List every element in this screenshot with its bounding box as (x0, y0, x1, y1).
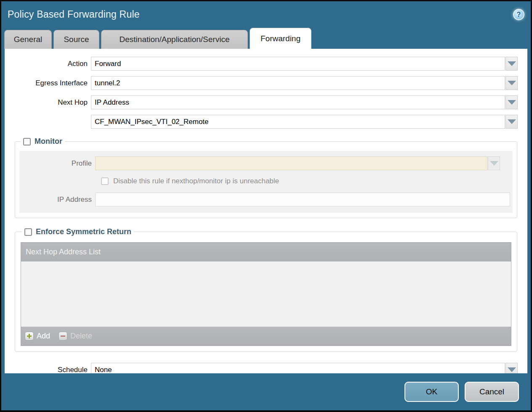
schedule-label: Schedule (5, 366, 91, 374)
chevron-down-icon (508, 119, 516, 124)
monitor-ip-address-input (95, 193, 510, 206)
next-hop-address-input[interactable] (91, 115, 505, 129)
add-button[interactable]: Add (25, 332, 50, 341)
tab-destination-application-service[interactable]: Destination/Application/Service (101, 30, 248, 49)
profile-label: Profile (19, 159, 95, 168)
symmetric-return-section: Enforce Symmetric Return Next Hop Addres… (15, 227, 517, 352)
next-hop-address-list-toolbar: Add Delete (21, 327, 511, 346)
next-hop-row: Next Hop (5, 95, 527, 109)
next-hop-label: Next Hop (5, 98, 91, 107)
next-hop-type-input[interactable] (91, 95, 505, 109)
minus-icon (59, 332, 67, 341)
monitor-title: Monitor (35, 137, 62, 146)
cancel-button[interactable]: Cancel (465, 382, 519, 402)
profile-input (95, 156, 487, 170)
disable-rule-row: Disable this rule if nexthop/monitor ip … (101, 177, 513, 185)
next-hop-address-list-table: Next Hop Address List Add Delete (21, 242, 511, 346)
action-row: Action (5, 57, 527, 71)
chevron-down-icon (508, 61, 516, 66)
tab-general[interactable]: General (4, 30, 52, 49)
next-hop-address-row (5, 115, 527, 129)
tab-bar: General Source Destination/Application/S… (1, 28, 531, 49)
monitor-panel: Profile Disable this rule if nexthop/mon… (19, 151, 513, 213)
tab-source[interactable]: Source (53, 30, 99, 49)
schedule-input[interactable] (91, 363, 505, 373)
action-dropdown-button[interactable] (505, 57, 518, 71)
symmetric-return-title: Enforce Symmetric Return (36, 227, 131, 236)
egress-interface-row: Egress Interface (5, 76, 527, 90)
symmetric-return-legend: Enforce Symmetric Return (22, 227, 134, 236)
action-label: Action (5, 60, 91, 68)
monitor-checkbox[interactable] (23, 138, 31, 145)
chevron-down-icon (508, 367, 516, 372)
next-hop-type-dropdown-button[interactable] (505, 95, 518, 109)
egress-interface-dropdown-button[interactable] (505, 76, 518, 90)
action-input[interactable] (91, 57, 505, 71)
schedule-row: Schedule (5, 363, 527, 373)
dialog-titlebar: Policy Based Forwarding Rule ? (1, 1, 531, 28)
monitor-ip-address-label: IP Address (19, 195, 95, 204)
profile-row: Profile (19, 156, 513, 170)
monitor-legend: Monitor (21, 137, 65, 146)
dialog-title: Policy Based Forwarding Rule (8, 9, 140, 20)
next-hop-address-dropdown-button[interactable] (505, 115, 518, 129)
plus-icon (25, 332, 34, 341)
chevron-down-icon (508, 100, 516, 105)
dialog-footer: OK Cancel (1, 373, 531, 410)
chevron-down-icon (508, 81, 516, 85)
disable-rule-checkbox (101, 177, 109, 185)
next-hop-address-list-column-header[interactable]: Next Hop Address List (21, 243, 511, 261)
egress-interface-label: Egress Interface (5, 79, 91, 87)
help-icon[interactable]: ? (513, 9, 524, 20)
tab-forwarding[interactable]: Forwarding (250, 28, 311, 49)
ok-button[interactable]: OK (404, 382, 459, 402)
schedule-dropdown-button[interactable] (505, 363, 518, 373)
delete-button: Delete (59, 332, 92, 341)
monitor-section: Monitor Profile Disable this rule if nex… (15, 137, 517, 218)
disable-rule-label: Disable this rule if nexthop/monitor ip … (113, 177, 279, 185)
chevron-down-icon (490, 161, 498, 166)
egress-interface-input[interactable] (91, 76, 505, 90)
monitor-ip-address-row: IP Address (19, 193, 513, 206)
next-hop-address-list-body[interactable] (21, 261, 511, 327)
policy-based-forwarding-dialog: Policy Based Forwarding Rule ? General S… (1, 1, 531, 410)
symmetric-return-checkbox[interactable] (24, 228, 32, 236)
profile-dropdown-button (488, 156, 500, 170)
forwarding-tab-panel: Action Egress Interface Next Hop (5, 49, 527, 373)
